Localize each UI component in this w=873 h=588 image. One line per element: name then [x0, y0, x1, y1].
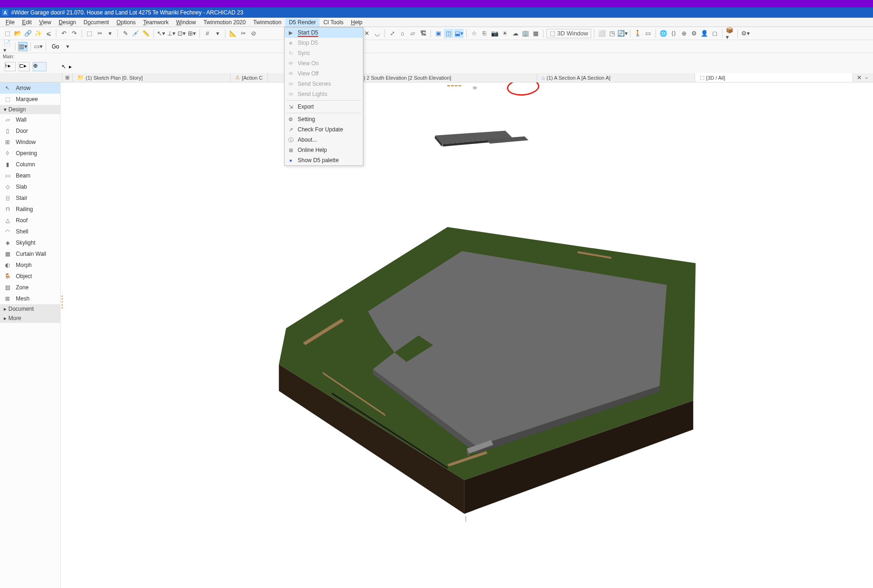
tb-render-icon[interactable]: ▦ [531, 29, 540, 38]
menu-check-update[interactable]: ↗Check For Update [285, 124, 363, 135]
tool-arrow[interactable]: ↖ Arrow [0, 82, 60, 94]
tab-south-elevation[interactable]: ⌂ (1) 2 South Elevation [2 South Elevati… [349, 73, 537, 82]
tb-crop-icon[interactable]: ⬚ [85, 29, 94, 38]
tb-building-icon[interactable]: 🏢 [521, 29, 530, 38]
tb-bookmark-icon[interactable]: ⎘ [480, 29, 489, 38]
tb-camera-icon[interactable]: 📷 [490, 29, 499, 38]
go-label[interactable]: Go [49, 43, 62, 50]
menu-teamwork[interactable]: Teamwork [139, 18, 172, 27]
tb-world-icon[interactable]: 🌐 [659, 29, 668, 38]
menu-design[interactable]: Design [55, 18, 80, 27]
tb-3dwindow-button[interactable]: ⬚ 3D Window [546, 29, 591, 38]
tb-intersect-icon[interactable]: ⊥▾ [167, 29, 176, 38]
tb-star-icon[interactable]: ☆ [470, 29, 479, 38]
tb3-snap3-icon[interactable]: ⊕ [33, 62, 47, 71]
tb-suspend-icon[interactable]: ⊘ [249, 29, 258, 38]
menu-show-d5-palette[interactable]: ●Show D5 palette [285, 155, 363, 165]
tb-box4-icon[interactable]: ◻ [710, 29, 719, 38]
tb-pick-icon[interactable]: ✎ [121, 29, 130, 38]
tool-slab[interactable]: ◇Slab [0, 181, 60, 192]
tb-scissors-icon[interactable]: ✂ [95, 29, 104, 38]
tb-measure-icon[interactable]: 📏 [141, 29, 150, 38]
tb-box2-icon[interactable]: ◫ [444, 29, 453, 38]
tab-sketch-plan[interactable]: 📁 (1) Sketch Plan [0. Story] [73, 73, 231, 82]
tab-overflow-icon[interactable]: ▫ [866, 75, 873, 81]
tb-cube1-icon[interactable]: ⬜ [597, 29, 607, 38]
tab-section-a[interactable]: ⌂ (1) A Section A [A Section A] [537, 73, 695, 82]
tb3-arrow-icon[interactable]: ↖ [61, 63, 66, 70]
tb-trim-icon[interactable]: ✂ [239, 29, 248, 38]
tb-arrow-tool-icon[interactable]: ↖▾ [157, 29, 166, 38]
tb-filter-icon[interactable]: ⩽ [44, 29, 53, 38]
menu-edit[interactable]: Edit [18, 18, 35, 27]
tb-fillet-icon[interactable]: ◡ [372, 29, 382, 38]
tb-undo-icon[interactable]: ↶ [59, 29, 68, 38]
menu-view[interactable]: View [35, 18, 55, 27]
tb-inject-icon[interactable]: 💉 [131, 29, 140, 38]
menu-setting[interactable]: ⚙Setting [285, 114, 363, 124]
tb3-snap1-icon[interactable]: ⊦▸ [5, 62, 16, 71]
tool-window[interactable]: ⊞Window [0, 137, 60, 148]
tab-3d-all[interactable]: ⬚ [3D / All] [695, 73, 853, 82]
tb-wand-icon[interactable]: ✨ [34, 29, 43, 38]
tool-shell[interactable]: ◠Shell [0, 226, 60, 237]
menu-online-help[interactable]: ⊞Online Help [285, 145, 363, 155]
tb-cube2-icon[interactable]: ◳ [607, 29, 617, 38]
tb-box1-icon[interactable]: ▣ [434, 29, 443, 38]
menu-twinmotion2020[interactable]: Twinmotion 2020 [200, 18, 250, 27]
tool-marquee[interactable]: ⬚ Marquee [0, 94, 60, 105]
tool-column[interactable]: ▮Column [0, 159, 60, 170]
tool-mesh[interactable]: ⊠Mesh [0, 293, 60, 304]
menu-document[interactable]: Document [80, 18, 113, 27]
tb-grid-icon[interactable]: ⊞▾ [187, 29, 197, 38]
menu-file[interactable]: File [2, 18, 18, 27]
menu-export[interactable]: ⇲Export [285, 102, 363, 112]
tool-object[interactable]: 🪑Object [0, 271, 60, 282]
tb-sun-icon[interactable]: ☀ [500, 29, 510, 38]
tb-front-icon[interactable]: ▭ [643, 29, 653, 38]
tb-cloud-icon[interactable]: ☁ [511, 29, 520, 38]
tool-stair[interactable]: ⌸Stair [0, 192, 60, 204]
tb-gridtoggle-icon[interactable]: # [203, 29, 212, 38]
tb-ruler-icon[interactable]: 📐 [228, 29, 238, 38]
tool-morph[interactable]: ◐Morph [0, 260, 60, 271]
tb-person-icon[interactable]: 🚶 [633, 29, 642, 38]
tool-roof[interactable]: △Roof [0, 215, 60, 226]
tb-new-icon[interactable]: ⬚ [3, 29, 12, 38]
tool-railing[interactable]: ⊓Railing [0, 204, 60, 215]
tool-opening[interactable]: ◊Opening [0, 148, 60, 159]
tb-gear2-icon[interactable]: ⚙ [689, 29, 699, 38]
tool-wall[interactable]: ▱Wall [0, 114, 60, 125]
tb2-layout-icon[interactable]: ▭▾ [34, 42, 43, 51]
group-document[interactable]: ▸ Document [0, 304, 60, 314]
tb-3d-icon[interactable]: 🏗 [418, 29, 428, 38]
tool-beam[interactable]: ▭Beam [0, 170, 60, 181]
3d-viewport[interactable]: 👁 [61, 82, 873, 588]
menu-d5render[interactable]: D5 Render [285, 18, 320, 27]
tb-redo-icon[interactable]: ↷ [69, 29, 79, 38]
tool-curtain-wall[interactable]: ▦Curtain Wall [0, 248, 60, 260]
tb-dropdown-icon[interactable]: ▾ [105, 29, 115, 38]
tb-person2-icon[interactable]: 👤 [700, 29, 709, 38]
menu-about[interactable]: ⓘAbout... [285, 135, 363, 145]
tb-shape-icon[interactable]: ▱ [408, 29, 417, 38]
tb-bracket-icon[interactable]: ⟨⟩ [669, 29, 678, 38]
tb-package-icon[interactable]: 📦▾ [725, 29, 735, 38]
tb2-go-dropdown-icon[interactable]: ▾ [63, 42, 72, 51]
tb-dropdown2-icon[interactable]: ▾ [213, 29, 222, 38]
tab-grid-button[interactable]: ⊞ [62, 73, 73, 82]
menu-start-d5[interactable]: ▶ Start D5 [285, 27, 363, 38]
group-more[interactable]: ▸ More [0, 314, 60, 323]
tb3-snap2-icon[interactable]: ⊏▸ [19, 62, 30, 71]
tb-orbit-icon[interactable]: 🔄▾ [618, 29, 627, 38]
tool-zone[interactable]: ▨Zone [0, 282, 60, 293]
tb-globe-icon[interactable]: ⊕ [679, 29, 689, 38]
group-design[interactable]: ▾ Design [0, 105, 60, 114]
tb2-doc-icon[interactable]: 📄▾ [3, 42, 12, 51]
tb-settings-icon[interactable]: ⚙▾ [741, 29, 750, 38]
tool-skylight[interactable]: ◈Skylight [0, 237, 60, 248]
tb-box3-icon[interactable]: ⬓▾ [454, 29, 464, 38]
menu-citools[interactable]: CI Tools [320, 18, 347, 27]
tb-link-icon[interactable]: 🔗 [23, 29, 33, 38]
tb-resize-icon[interactable]: ⤢ [388, 29, 397, 38]
